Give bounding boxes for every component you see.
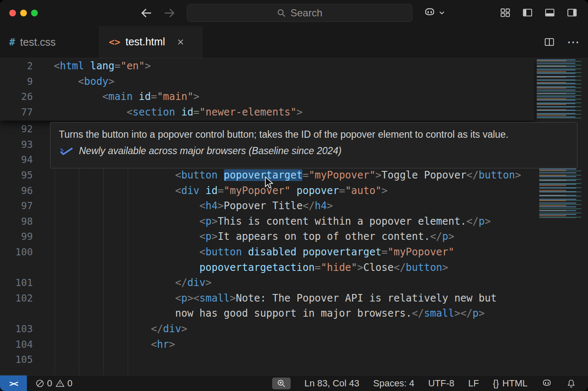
code-token: < xyxy=(200,231,205,242)
cursor-position[interactable]: Ln 83, Col 43 xyxy=(304,378,360,389)
line-number[interactable]: 92 xyxy=(0,123,33,134)
navigate-back-button[interactable] xyxy=(139,6,154,20)
problems-indicator[interactable]: 0 0 xyxy=(35,378,73,389)
maximize-window-button[interactable] xyxy=(31,10,38,16)
code-line[interactable]: 100 <button disabled popovertarget="myPo… xyxy=(0,244,534,260)
mouse-cursor xyxy=(265,176,274,189)
code-token xyxy=(54,200,200,212)
code-line[interactable]: 2<html lang="en"> xyxy=(0,58,534,74)
code-text: </div> xyxy=(54,277,212,289)
tab-test-css[interactable]: # test.css xyxy=(0,26,100,58)
toggle-panel-icon[interactable] xyxy=(544,7,556,18)
code-line[interactable]: 97 <h4>Popover Title</h4> xyxy=(0,198,534,214)
code-token: </ xyxy=(467,215,479,227)
language-mode[interactable]: {} HTML xyxy=(493,378,528,389)
code-token xyxy=(54,262,200,273)
code-line[interactable]: 101 </div> xyxy=(0,275,534,291)
close-icon xyxy=(176,37,185,47)
minimize-window-button[interactable] xyxy=(20,10,27,16)
tab-test-html[interactable]: <> test.html xyxy=(100,26,202,58)
line-number[interactable]: 101 xyxy=(0,277,33,288)
minimap[interactable] xyxy=(534,58,588,375)
code-token: = xyxy=(339,185,345,197)
tab-label: test.css xyxy=(20,36,56,48)
customize-layout-icon[interactable] xyxy=(499,7,511,18)
code-token xyxy=(54,76,78,87)
copilot-menu-button[interactable] xyxy=(423,6,445,19)
code-line[interactable]: 9 <body> xyxy=(0,74,534,89)
code-token: < xyxy=(54,60,60,72)
split-editor-icon[interactable] xyxy=(543,36,555,48)
line-number[interactable]: 104 xyxy=(0,339,33,350)
line-number[interactable]: 103 xyxy=(0,323,33,334)
code-token: Close xyxy=(363,262,394,273)
code-token xyxy=(133,91,139,102)
code-token: popovertarget xyxy=(224,169,303,181)
zoom-indicator[interactable] xyxy=(272,378,291,389)
line-number[interactable]: 100 xyxy=(0,247,33,257)
close-window-button[interactable] xyxy=(9,10,16,16)
code-text: <div id="myPopover" popover="auto"> xyxy=(54,185,388,197)
code-line[interactable]: 98 <p>This is content within a popover e… xyxy=(0,214,534,229)
code-token xyxy=(54,91,102,102)
code-token: p xyxy=(472,307,478,319)
line-number[interactable]: 93 xyxy=(0,139,33,150)
language-label: HTML xyxy=(502,378,528,389)
code-line[interactable]: 26 <main id="main"> xyxy=(0,89,534,105)
code-token: "en" xyxy=(121,60,145,72)
code-token: div xyxy=(181,185,199,197)
code-text: <hr> xyxy=(54,339,175,350)
line-number[interactable]: 95 xyxy=(0,170,33,181)
code-text: <p>It appears on top of other content.</… xyxy=(54,231,454,242)
hover-tooltip: Turns the button into a popover control … xyxy=(50,122,578,168)
code-token: div xyxy=(163,323,181,335)
code-token: now has good support in major browsers. xyxy=(175,307,412,319)
code-line[interactable]: 99 <p>It appears on top of other content… xyxy=(0,229,534,244)
line-number[interactable]: 2 xyxy=(0,60,33,71)
baseline-row: Newly available across major browsers (B… xyxy=(59,145,569,157)
code-token: p xyxy=(205,231,211,242)
line-number[interactable]: 97 xyxy=(0,200,33,211)
more-actions-icon[interactable]: ⋯ xyxy=(567,36,580,48)
code-line[interactable]: 105 xyxy=(0,352,534,367)
code-line[interactable]: 77 <section id="newer-elements"> xyxy=(0,105,534,120)
remote-indicator[interactable]: >< xyxy=(0,375,27,391)
encoding-setting[interactable]: UTF-8 xyxy=(428,378,454,389)
code-text: now has good support in major browsers.<… xyxy=(54,307,485,319)
notifications-bell-icon[interactable] xyxy=(566,378,576,388)
toggle-primary-sidebar-icon[interactable] xyxy=(522,7,533,18)
code-token: > xyxy=(212,215,218,227)
code-text: <html lang="en"> xyxy=(54,60,151,72)
code-line[interactable]: now has good support in major browsers.<… xyxy=(0,306,534,321)
window-controls xyxy=(9,10,38,16)
line-number[interactable]: 105 xyxy=(0,354,33,365)
indentation-setting[interactable]: Spaces: 4 xyxy=(373,378,415,389)
code-token: lang xyxy=(90,60,115,72)
copilot-status-icon[interactable] xyxy=(541,378,552,389)
code-line[interactable]: 102 <p><small>Note: The Popover API is r… xyxy=(0,291,534,306)
editor[interactable]: 92939495 <button popovertarget="myPopove… xyxy=(0,58,588,375)
code-token: > xyxy=(218,200,223,212)
code-token: </ xyxy=(394,262,406,273)
line-number[interactable]: 98 xyxy=(0,216,33,227)
code-line[interactable]: 104 <hr> xyxy=(0,336,534,352)
eol-setting[interactable]: LF xyxy=(468,378,479,389)
line-number[interactable]: 96 xyxy=(0,185,33,196)
line-number[interactable]: 94 xyxy=(0,154,33,165)
code-token: Toggle Popover xyxy=(381,169,466,181)
command-center-search[interactable]: Search xyxy=(187,4,412,22)
status-right-group: Ln 83, Col 43 Spaces: 4 UTF-8 LF {} HTML xyxy=(272,378,588,389)
toggle-secondary-sidebar-icon[interactable] xyxy=(566,7,578,18)
line-number[interactable]: 99 xyxy=(0,231,33,242)
code-line[interactable]: popovertargetaction="hide">Close</button… xyxy=(0,260,534,275)
line-number[interactable]: 9 xyxy=(0,76,33,87)
navigate-forward-button[interactable] xyxy=(162,6,176,20)
code-token xyxy=(54,307,175,319)
warnings-icon xyxy=(55,379,65,388)
line-number[interactable]: 102 xyxy=(0,293,33,304)
code-token xyxy=(84,60,90,72)
line-number[interactable]: 77 xyxy=(0,107,33,118)
code-line[interactable]: 103 </div> xyxy=(0,321,534,337)
close-tab-button[interactable] xyxy=(176,37,185,47)
line-number[interactable]: 26 xyxy=(0,91,33,102)
